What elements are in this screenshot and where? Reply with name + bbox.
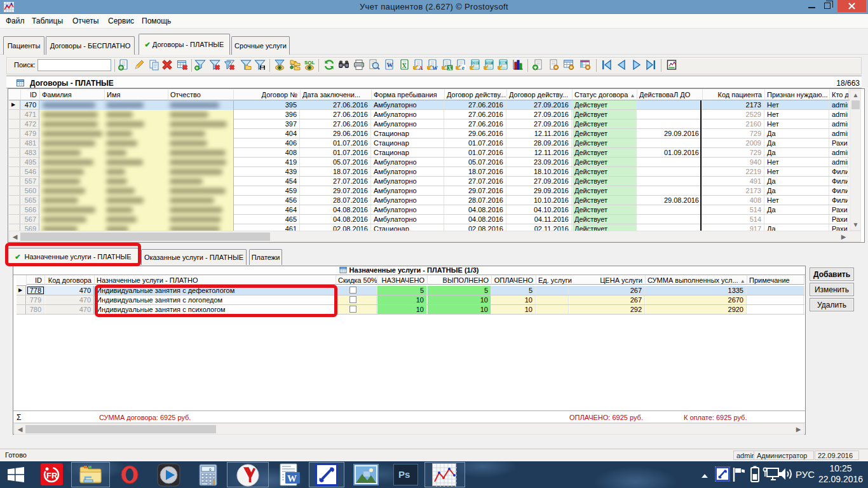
svg-text:X: X [448,65,452,71]
svg-text:X: X [402,62,407,69]
svg-text:FR: FR [46,471,58,480]
svg-text:XML: XML [500,62,506,65]
svg-text:SQL: SQL [304,60,315,65]
svg-text:0: 0 [209,468,212,472]
svg-text:e: e [462,64,465,71]
svg-text:A: A [419,65,423,71]
svg-text:TXT: TXT [486,62,492,65]
svg-text:CSV: CSV [472,62,478,65]
svg-text:W: W [287,473,297,484]
svg-text:W: W [387,62,393,69]
svg-text:W: W [432,65,438,71]
